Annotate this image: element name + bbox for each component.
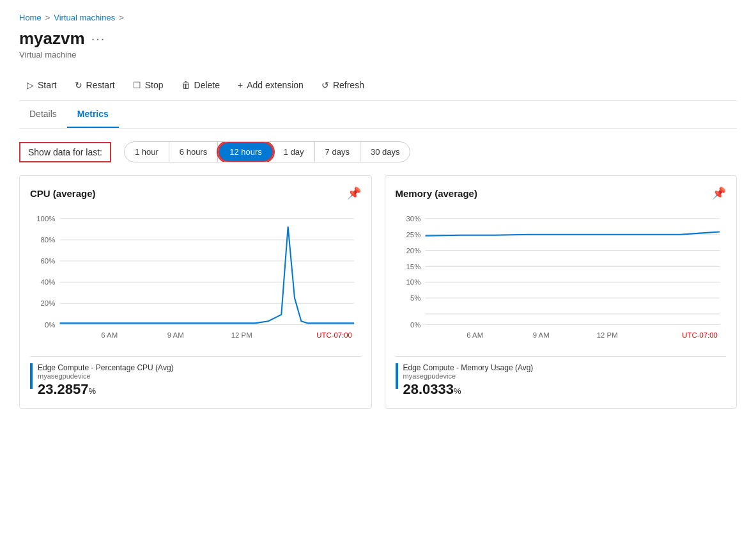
cpu-chart-title: CPU (average) xyxy=(30,188,96,199)
memory-legend-color xyxy=(396,363,398,389)
page-title: myazvm xyxy=(19,29,85,49)
delete-button[interactable]: 🗑 Delete xyxy=(174,76,228,94)
filter-row: Show data for last: 1 hour 6 hours 12 ho… xyxy=(19,141,737,162)
svg-text:20%: 20% xyxy=(406,247,420,255)
svg-text:6 AM: 6 AM xyxy=(467,331,483,339)
memory-chart-svg: 30% 25% 20% 15% 10% 5% 0% 6 AM 9 AM 12 P… xyxy=(396,208,727,349)
svg-text:UTC-07:00: UTC-07:00 xyxy=(316,331,352,339)
cpu-legend-color xyxy=(30,363,33,389)
svg-text:30%: 30% xyxy=(406,215,420,223)
memory-legend-value: 28.0333% xyxy=(403,381,534,398)
time-range-selector: 1 hour 6 hours 12 hours 1 day 7 days 30 … xyxy=(124,141,411,162)
memory-legend-name: Edge Compute - Memory Usage (Avg) xyxy=(403,363,534,372)
svg-text:60%: 60% xyxy=(41,257,56,265)
cpu-pin-icon[interactable]: 📌 xyxy=(347,186,361,200)
svg-text:6 AM: 6 AM xyxy=(101,331,118,339)
delete-icon: 🗑 xyxy=(181,80,190,90)
svg-text:0%: 0% xyxy=(45,321,55,329)
start-icon: ▷ xyxy=(27,80,34,90)
tabs: Details Metrics xyxy=(19,101,737,129)
refresh-icon: ↺ xyxy=(321,80,329,90)
charts-container: CPU (average) 📌 100% 80% 60% 40% xyxy=(19,175,737,409)
memory-legend-sub: myasegpudevice xyxy=(403,372,534,380)
svg-text:25%: 25% xyxy=(406,231,420,239)
breadcrumb-sep2: > xyxy=(119,13,124,22)
time-6h-button[interactable]: 6 hours xyxy=(169,142,218,162)
cpu-chart-card: CPU (average) 📌 100% 80% 60% 40% xyxy=(19,175,372,409)
show-data-label: Show data for last: xyxy=(19,142,111,162)
add-icon: + xyxy=(238,80,243,90)
restart-button[interactable]: ↻ Restart xyxy=(67,76,123,94)
breadcrumb-sep1: > xyxy=(45,13,50,22)
cpu-chart-area: 100% 80% 60% 40% 20% 0% 6 AM 9 AM 12 PM … xyxy=(30,208,361,349)
refresh-button[interactable]: ↺ Refresh xyxy=(314,76,372,94)
time-1h-button[interactable]: 1 hour xyxy=(125,142,169,162)
svg-text:9 AM: 9 AM xyxy=(167,331,184,339)
memory-chart-card: Memory (average) 📌 30% 25% xyxy=(385,175,737,409)
stop-icon: ☐ xyxy=(133,80,141,90)
memory-chart-title: Memory (average) xyxy=(396,188,477,199)
memory-chart-legend: Edge Compute - Memory Usage (Avg) myaseg… xyxy=(396,356,727,398)
memory-legend-text: Edge Compute - Memory Usage (Avg) myaseg… xyxy=(403,363,534,398)
memory-chart-area: 30% 25% 20% 15% 10% 5% 0% 6 AM 9 AM 12 P… xyxy=(396,208,727,349)
svg-text:40%: 40% xyxy=(41,278,56,286)
stop-button[interactable]: ☐ Stop xyxy=(125,76,171,94)
cpu-legend-sub: myasegpudevice xyxy=(38,372,174,380)
cpu-chart-legend: Edge Compute - Percentage CPU (Avg) myas… xyxy=(30,356,361,398)
more-options-icon[interactable]: ··· xyxy=(91,31,106,46)
time-1d-button[interactable]: 1 day xyxy=(274,142,315,162)
time-7d-button[interactable]: 7 days xyxy=(315,142,360,162)
svg-text:0%: 0% xyxy=(410,321,420,329)
title-row: myazvm ··· xyxy=(19,29,737,49)
cpu-legend-name: Edge Compute - Percentage CPU (Avg) xyxy=(38,363,174,372)
breadcrumb-home[interactable]: Home xyxy=(19,13,42,22)
svg-text:9 AM: 9 AM xyxy=(532,331,549,339)
memory-pin-icon[interactable]: 📌 xyxy=(712,186,726,200)
svg-text:20%: 20% xyxy=(41,299,56,307)
tab-metrics[interactable]: Metrics xyxy=(67,101,119,128)
svg-text:100%: 100% xyxy=(36,215,55,223)
cpu-chart-svg: 100% 80% 60% 40% 20% 0% 6 AM 9 AM 12 PM … xyxy=(30,208,361,349)
cpu-legend-item: Edge Compute - Percentage CPU (Avg) myas… xyxy=(30,363,361,398)
tab-details[interactable]: Details xyxy=(19,101,67,128)
svg-text:15%: 15% xyxy=(406,263,420,271)
toolbar: ▷ Start ↻ Restart ☐ Stop 🗑 Delete + Add … xyxy=(19,70,737,101)
breadcrumb-vms[interactable]: Virtual machines xyxy=(54,13,115,22)
time-12h-button[interactable]: 12 hours xyxy=(218,142,274,162)
time-30d-button[interactable]: 30 days xyxy=(360,142,410,162)
svg-text:12 PM: 12 PM xyxy=(231,331,252,339)
svg-text:80%: 80% xyxy=(41,236,56,244)
svg-text:12 PM: 12 PM xyxy=(596,331,617,339)
breadcrumb: Home > Virtual machines > xyxy=(19,13,737,22)
start-button[interactable]: ▷ Start xyxy=(19,76,65,94)
memory-chart-header: Memory (average) 📌 xyxy=(396,186,727,200)
svg-text:10%: 10% xyxy=(406,278,420,286)
memory-legend-item: Edge Compute - Memory Usage (Avg) myaseg… xyxy=(396,363,727,398)
add-extension-button[interactable]: + Add extension xyxy=(230,76,311,94)
cpu-chart-header: CPU (average) 📌 xyxy=(30,186,361,200)
svg-text:UTC-07:00: UTC-07:00 xyxy=(682,331,718,339)
page-subtitle: Virtual machine xyxy=(19,50,737,59)
svg-text:5%: 5% xyxy=(410,294,420,302)
cpu-legend-value: 23.2857% xyxy=(38,381,174,398)
cpu-legend-text: Edge Compute - Percentage CPU (Avg) myas… xyxy=(38,363,174,398)
restart-icon: ↻ xyxy=(75,80,82,90)
